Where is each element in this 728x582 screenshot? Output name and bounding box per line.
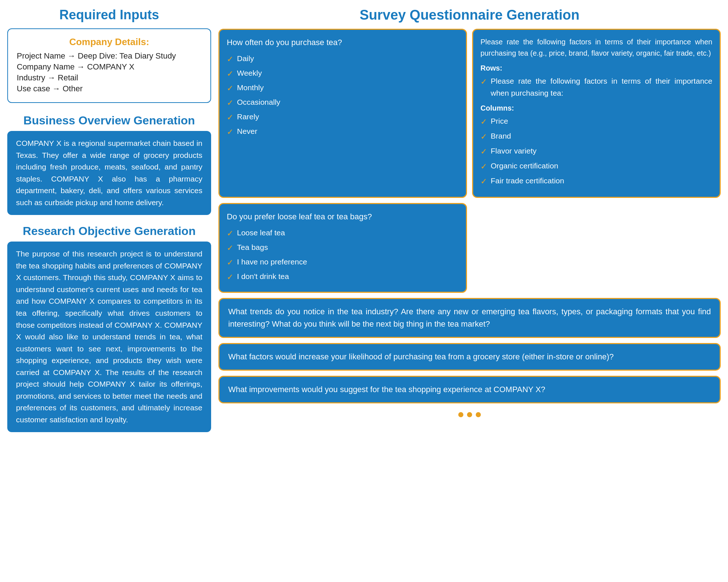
- q1-option-weekly: ✓ Weekly: [227, 67, 459, 80]
- q3-card: Please rate the following factors in ter…: [472, 29, 721, 198]
- q1-monthly-label: Monthly: [237, 82, 264, 93]
- q6-card: What improvements would you suggest for …: [218, 376, 721, 403]
- company-name-value: COMPANY X: [87, 62, 134, 71]
- usecase-label: Use case: [17, 84, 50, 93]
- check-icon-organic: ✓: [480, 160, 487, 173]
- q4-card: What trends do you notice in the tea ind…: [218, 298, 721, 338]
- check-icon-2: ✓: [227, 68, 233, 80]
- project-name-value: Deep Dive: Tea Diary Study: [78, 51, 176, 60]
- q2-card: Do you prefer loose leaf tea or tea bags…: [218, 203, 467, 293]
- arrow-icon-1: →: [67, 51, 78, 60]
- company-name-item: Company Name → COMPANY X: [17, 62, 202, 72]
- q2-nopref-label: I have no preference: [237, 256, 307, 268]
- q3-brand-label: Brand: [491, 130, 511, 142]
- check-icon-3: ✓: [227, 82, 233, 94]
- arrow-icon-3: →: [47, 73, 58, 82]
- q1-option-monthly: ✓ Monthly: [227, 82, 459, 94]
- right-title: Survey Questionnaire Generation: [218, 7, 721, 23]
- q1-option-occasionally: ✓ Occasionally: [227, 96, 459, 109]
- check-icon-flavor: ✓: [480, 146, 487, 158]
- check-icon-fairtrade: ✓: [480, 175, 487, 188]
- check-icon-4: ✓: [227, 97, 233, 109]
- dot-3: [476, 412, 481, 417]
- check-icon-5: ✓: [227, 111, 233, 123]
- left-panel: Required Inputs Company Details: Project…: [7, 7, 211, 575]
- industry-value: Retail: [58, 73, 78, 82]
- check-icon-brand: ✓: [480, 131, 487, 143]
- arrow-icon-4: →: [52, 84, 63, 93]
- company-details-box: Company Details: Project Name → Deep Div…: [7, 28, 211, 103]
- check-icon-loose: ✓: [227, 227, 233, 239]
- q2-nodrink-label: I don't drink tea: [237, 271, 289, 282]
- q3-price-label: Price: [491, 115, 508, 127]
- usecase-item: Use case → Other: [17, 84, 202, 93]
- q3-rows-label: Rows:: [480, 63, 712, 74]
- project-name-item: Project Name → Deep Dive: Tea Diary Stud…: [17, 51, 202, 61]
- dots-row: [218, 412, 721, 417]
- grid-spacer: [472, 203, 721, 293]
- check-icon-6: ✓: [227, 126, 233, 138]
- survey-top-grid: How often do you purchase tea? ✓ Daily ✓…: [218, 29, 721, 198]
- q1-occasionally-label: Occasionally: [237, 96, 280, 108]
- q3-intro: Please rate the following factors in ter…: [480, 38, 712, 57]
- q5-card: What factors would increase your likelih…: [218, 343, 721, 371]
- survey-second-grid: Do you prefer loose leaf tea or tea bags…: [218, 203, 721, 293]
- q1-daily-label: Daily: [237, 53, 254, 64]
- q3-flavor-label: Flavor variety: [491, 145, 537, 157]
- q3-col-brand: ✓ Brand: [480, 130, 712, 143]
- q3-fairtrade-label: Fair trade certification: [491, 175, 564, 187]
- arrow-icon-2: →: [77, 62, 87, 71]
- q1-question: How often do you purchase tea?: [227, 36, 459, 48]
- main-container: Required Inputs Company Details: Project…: [0, 0, 728, 582]
- q3-col-price: ✓ Price: [480, 115, 712, 128]
- usecase-value: Other: [63, 84, 83, 93]
- business-overview-heading: Business Overview Generation: [7, 114, 211, 127]
- check-icon-rows: ✓: [480, 76, 487, 88]
- q3-columns-label: Columns:: [480, 103, 712, 114]
- q1-option-daily: ✓ Daily: [227, 53, 459, 65]
- check-icon-price: ✓: [480, 116, 487, 128]
- q3-col-fairtrade: ✓ Fair trade certification: [480, 175, 712, 188]
- q1-option-rarely: ✓ Rarely: [227, 111, 459, 123]
- q1-never-label: Never: [237, 125, 257, 137]
- left-title: Required Inputs: [7, 7, 211, 23]
- company-name-label: Company Name: [17, 62, 75, 71]
- q1-weekly-label: Weekly: [237, 67, 262, 79]
- q3-col-organic: ✓ Organic certification: [480, 160, 712, 173]
- check-icon-nopref: ✓: [227, 256, 233, 268]
- q2-bags-label: Tea bags: [237, 242, 268, 253]
- q2-question: Do you prefer loose leaf tea or tea bags…: [227, 211, 459, 223]
- research-objective-text: The purpose of this research project is …: [7, 242, 211, 432]
- q3-rows-text: Please rate the following factors in ter…: [491, 75, 712, 99]
- q2-option-nopref: ✓ I have no preference: [227, 256, 459, 268]
- company-details-heading: Company Details:: [17, 36, 202, 48]
- check-icon-bags: ✓: [227, 242, 233, 254]
- q2-option-bags: ✓ Tea bags: [227, 242, 459, 254]
- q2-loose-label: Loose leaf tea: [237, 227, 285, 239]
- q3-rows-item: ✓ Please rate the following factors in t…: [480, 75, 712, 99]
- right-panel: Survey Questionnaire Generation How ofte…: [218, 7, 721, 575]
- business-overview-text: COMPANY X is a regional supermarket chai…: [7, 131, 211, 215]
- check-icon-1: ✓: [227, 53, 233, 65]
- dot-2: [467, 412, 472, 417]
- check-icon-nodrink: ✓: [227, 271, 233, 283]
- industry-item: Industry → Retail: [17, 73, 202, 83]
- q2-option-nodrink: ✓ I don't drink tea: [227, 271, 459, 283]
- q1-option-never: ✓ Never: [227, 125, 459, 138]
- industry-label: Industry: [17, 73, 45, 82]
- q3-organic-label: Organic certification: [491, 160, 558, 172]
- q3-col-flavor: ✓ Flavor variety: [480, 145, 712, 158]
- q1-card: How often do you purchase tea? ✓ Daily ✓…: [218, 29, 467, 198]
- research-objective-heading: Research Objective Generation: [7, 224, 211, 238]
- dot-1: [458, 412, 463, 417]
- q1-rarely-label: Rarely: [237, 111, 259, 123]
- q2-option-loose: ✓ Loose leaf tea: [227, 227, 459, 239]
- project-name-label: Project Name: [17, 51, 65, 60]
